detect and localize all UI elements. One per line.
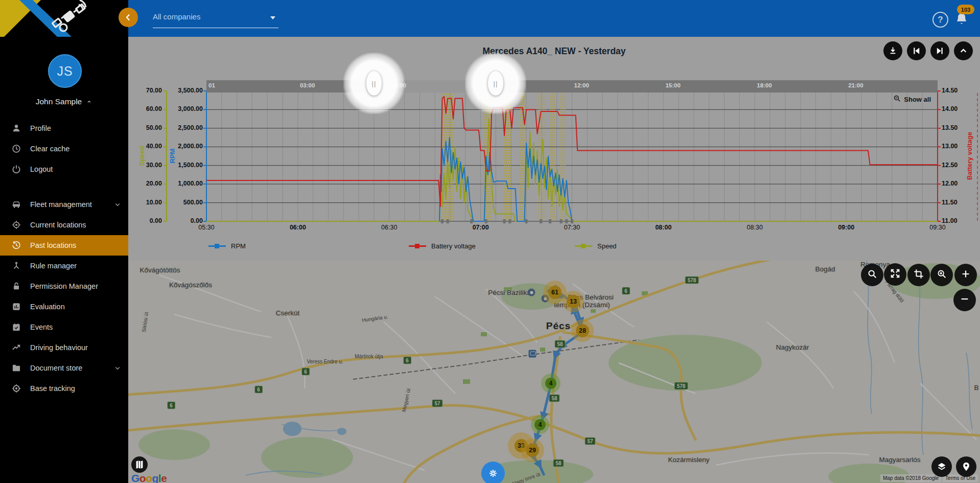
route-stop-marker[interactable]: 4 <box>531 416 549 434</box>
sidebar-item-label: Base tracking <box>30 384 75 393</box>
history-icon <box>11 240 21 250</box>
route-stop-marker[interactable]: 29 <box>521 439 544 462</box>
route-stop-marker[interactable]: 13 <box>563 291 584 312</box>
time-axis-tick: 07:30 <box>551 224 594 231</box>
show-all-button[interactable]: Show all <box>893 94 931 104</box>
map-attribution-text: Map data ©2018 Google <box>880 474 941 482</box>
speed-legend-marker <box>575 245 592 247</box>
terms-of-use-link[interactable]: Terms of Use <box>943 474 978 482</box>
app-root: { "topbar": {"company_selector":"All com… <box>0 0 980 483</box>
road-shield: 6 <box>167 402 175 409</box>
axis-tick: 13.50 <box>942 124 972 131</box>
axis-tick: 10.00 <box>128 199 162 206</box>
legend-item-battery-voltage[interactable]: Battery voltage <box>409 242 476 250</box>
map-town-label-koz-rmisleny: Kozármisleny <box>668 456 709 464</box>
skip-to-end-button[interactable] <box>930 41 949 60</box>
axis-tick: 30.00 <box>128 162 162 169</box>
road-shield: 6 <box>622 287 630 295</box>
sidebar-item-current-locations[interactable]: Current locations <box>0 215 128 235</box>
map-street-label: Veress Endre u. <box>307 359 343 364</box>
avatar[interactable]: JS <box>48 54 82 88</box>
sidebar-item-evaluation[interactable]: Evaluation <box>0 296 128 317</box>
sidebar-item-permission-manager[interactable]: Permission Manager <box>0 276 128 296</box>
chevron-down-icon <box>113 363 122 373</box>
axis-tick: 2,500.00 <box>165 124 203 131</box>
axis-tick: 500.00 <box>165 199 203 206</box>
train-station-icon[interactable] <box>529 350 536 358</box>
time-axis-tick: 09:30 <box>916 224 959 231</box>
time-range-navigator[interactable]: 0103:0006:0009:0012:0015:0018:0021:00 <box>206 80 938 93</box>
map-fullscreen-button[interactable] <box>884 263 906 286</box>
map-zoom-in-plus-button[interactable] <box>954 264 977 286</box>
collapse-sidebar-button[interactable] <box>119 8 138 27</box>
map-crop-button[interactable] <box>907 264 930 286</box>
navigator-handle-end[interactable]: || <box>488 71 503 96</box>
road-shield: 578 <box>685 277 699 284</box>
lock-icon <box>11 281 21 291</box>
account-menu: ProfileClear cacheLogout <box>0 118 128 179</box>
road-shield: 57 <box>585 438 595 445</box>
axis-tick: 70.00 <box>128 87 162 94</box>
map-layers-button[interactable] <box>931 456 952 477</box>
user-menu-toggle[interactable]: John Sample <box>0 97 128 106</box>
axis-tick: 0.00 <box>165 217 203 224</box>
axis-tick: 40.00 <box>128 143 162 150</box>
skip-to-start-button[interactable] <box>907 41 926 60</box>
sidebar-item-label: Clear cache <box>30 145 69 153</box>
company-selector[interactable]: All companies <box>153 8 278 28</box>
road-shield: 6 <box>301 368 310 376</box>
events-icon <box>11 322 21 332</box>
chart-panel: Mercedes A140_ NEW - Yesterday 0103:0006… <box>128 37 980 261</box>
pin-icon <box>961 461 972 472</box>
axis-tick: 20.00 <box>128 180 162 187</box>
download-button[interactable] <box>883 41 902 60</box>
navigator-handle-start[interactable]: || <box>366 71 382 96</box>
map-settings-button[interactable] <box>481 462 505 483</box>
axis-tick: 50.00 <box>128 124 162 131</box>
time-axis-tick: 06:30 <box>368 224 411 231</box>
gear-icon <box>487 468 499 479</box>
sidebar-item-clear-cache[interactable]: Clear cache <box>0 139 128 159</box>
zoom-out-icon <box>893 94 901 104</box>
map-search-button[interactable] <box>861 264 883 286</box>
sidebar-item-label: Permission Manager <box>30 282 98 290</box>
map-zoom-window-button[interactable] <box>930 264 953 286</box>
road-shield: 57 <box>432 400 442 407</box>
map-town-label-p-csi-bazilika: Pécsi Bazilika <box>488 289 530 296</box>
map-type-button[interactable] <box>131 456 148 473</box>
time-axis-tick: 07:00 <box>459 224 502 231</box>
sidebar-item-events[interactable]: Events <box>0 317 128 337</box>
map-panel[interactable]: Pécs Google Map data ©2018 Google Terms … <box>128 261 980 483</box>
zoom-window-icon <box>936 268 947 282</box>
legend-item-speed[interactable]: Speed <box>575 242 617 250</box>
map-zoom-out-minus-button[interactable] <box>953 289 976 311</box>
stop-marker-count: 13 <box>567 295 580 308</box>
route-stop-marker[interactable]: 4 <box>541 374 561 393</box>
evaluation-icon <box>11 302 21 312</box>
map-town-label-nagykoz-r: Nagykozár <box>776 343 809 351</box>
sidebar-item-profile[interactable]: Profile <box>0 118 128 139</box>
sidebar-item-driving-behaviour[interactable]: Driving behaviour <box>0 337 128 358</box>
fullscreen-icon <box>890 268 901 281</box>
sidebar-item-fleet-management[interactable]: Fleet management <box>0 194 128 215</box>
road-shield: 58 <box>553 459 564 467</box>
legend-item-rpm[interactable]: RPM <box>208 242 246 250</box>
navigator-label: 03:00 <box>300 82 315 88</box>
time-axis-tick: 05:30 <box>185 224 228 231</box>
poi-pin-icon[interactable] <box>528 289 535 296</box>
sidebar-item-logout[interactable]: Logout <box>0 159 128 179</box>
route-stop-marker[interactable]: 28 <box>571 319 594 342</box>
stop-marker-count: 29 <box>526 444 539 457</box>
road-shield: 6 <box>254 386 263 394</box>
time-axis-tick: 08:30 <box>733 224 776 231</box>
sidebar-item-past-locations[interactable]: Past locations <box>0 235 128 256</box>
sidebar-item-document-store[interactable]: Document store <box>0 358 128 378</box>
map-location-pin-button[interactable] <box>956 456 976 477</box>
axis-tick: 13.00 <box>942 143 972 150</box>
folder-icon <box>11 363 21 373</box>
sidebar-item-base-tracking[interactable]: Base tracking <box>0 378 128 399</box>
chevron-down-icon <box>270 16 275 19</box>
sidebar-item-rule-manager[interactable]: Rule manager <box>0 256 128 276</box>
collapse-chart-button[interactable] <box>954 41 973 60</box>
help-button[interactable]: ? <box>932 12 948 28</box>
